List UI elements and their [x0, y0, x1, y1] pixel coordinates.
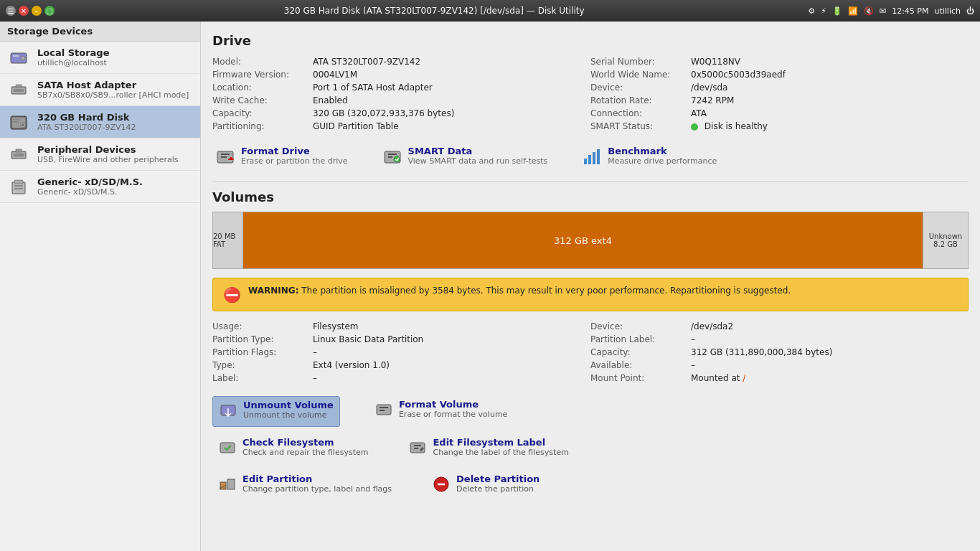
- device-row: Device: /dev/sda: [590, 83, 969, 93]
- svg-rect-25: [597, 149, 600, 164]
- location-row: Location: Port 1 of SATA Host Adapter: [212, 83, 590, 93]
- xdsd-text: Generic- xD/SD/M.S. Generic- xD/SD/M.S.: [37, 176, 193, 197]
- peripheral-icon: [7, 143, 30, 166]
- sata-icon: [7, 78, 30, 101]
- svg-rect-10: [13, 119, 20, 121]
- battery-icon: 🔋: [832, 6, 842, 16]
- volume-actions-row-1: Unmount Volume Unmount the volume Format…: [212, 396, 969, 427]
- svg-rect-27: [377, 405, 391, 415]
- volumes-section: Volumes 20 MB FAT 312 GB ext4 Unknown 8.…: [212, 189, 969, 500]
- window-controls: ☰ ✕ – □: [6, 6, 55, 16]
- type-row: Type: Ext4 (version 1.0): [212, 360, 590, 370]
- wifi-icon: 📶: [848, 6, 858, 16]
- format-drive-text: Format Drive Erase or partition the driv…: [241, 146, 348, 166]
- check-filesystem-button[interactable]: Check Filesystem Check and repair the fi…: [212, 434, 374, 463]
- warning-icon: ⛔: [223, 286, 241, 303]
- benchmark-text: Benchmark Measure drive performance: [608, 146, 717, 166]
- minimize-button[interactable]: –: [32, 6, 42, 16]
- maximize-button[interactable]: □: [44, 6, 55, 16]
- drive-divider: [212, 182, 969, 182]
- bluetooth-icon: ⚡: [821, 6, 826, 16]
- volume-info-left: Usage: Filesystem Partition Type: Linux …: [212, 321, 590, 386]
- model-label: Model:: [212, 57, 313, 67]
- volumes-title: Volumes: [212, 189, 969, 204]
- ubuntu-menu-button[interactable]: ☰: [6, 6, 16, 16]
- delete-partition-text: Delete Partition Delete the partition: [456, 474, 540, 494]
- format-volume-button[interactable]: Format Volume Erase or format the volume: [369, 396, 513, 427]
- email-icon: ✉: [880, 6, 886, 16]
- location-value: Port 1 of SATA Host Adapter: [313, 83, 433, 93]
- wwn-row: World Wide Name: 0x5000c5003d39aedf: [590, 70, 969, 80]
- vol-capacity-row: Capacity: 312 GB (311,890,000,384 bytes): [590, 347, 969, 357]
- device-value: /dev/sda: [691, 83, 727, 93]
- peripheral-text: Peripheral Devices USB, FireWire and oth…: [37, 144, 193, 164]
- svg-rect-24: [593, 152, 595, 164]
- clock: 12:45 PM: [892, 6, 928, 16]
- volume-info-grid: Usage: Filesystem Partition Type: Linux …: [212, 321, 969, 386]
- close-button[interactable]: ✕: [19, 6, 29, 16]
- hdd-icon: [7, 110, 30, 133]
- svg-rect-14: [16, 149, 22, 152]
- power-icon: ⏻: [966, 6, 974, 16]
- unknown-partition[interactable]: Unknown 8.2 GB: [923, 212, 968, 268]
- hdd-text: 320 GB Hard Disk ATA ST320LT007-9ZV142: [37, 112, 193, 132]
- vol-device-row: Device: /dev/sda2: [590, 321, 969, 331]
- volume-info-right: Device: /dev/sda2 Partition Label: – Cap…: [590, 321, 969, 386]
- serial-label: Serial Number:: [590, 57, 691, 67]
- delete-partition-icon: [432, 475, 451, 497]
- model-row: Model: ATA ST320LT007-9ZV142: [212, 57, 590, 67]
- part-label-row: Partition Label: –: [590, 334, 969, 344]
- drive-actions-row: Format Drive Erase or partition the driv…: [212, 143, 969, 174]
- partitioning-value: GUID Partition Table: [313, 121, 399, 131]
- ext4-partition[interactable]: 312 GB ext4: [243, 212, 923, 268]
- serial-value: W0Q118NV: [691, 57, 740, 67]
- edit-partition-text: Edit Partition Change partition type, la…: [242, 474, 392, 494]
- fat-partition[interactable]: 20 MB FAT: [213, 212, 243, 268]
- sidebar-item-sata-host[interactable]: SATA Host Adapter SB7x0/SB8x0/SB9...roll…: [0, 74, 200, 106]
- window-title: 320 GB Hard Disk (ATA ST320LT007-9ZV142)…: [60, 6, 808, 16]
- warning-text: WARNING: The partition is misaligned by …: [248, 286, 791, 296]
- volume-actions-row-3: Edit Partition Change partition type, la…: [212, 471, 969, 500]
- svg-rect-17: [14, 185, 23, 187]
- connection-label: Connection:: [590, 108, 691, 118]
- location-label: Location:: [212, 83, 313, 93]
- sidebar-item-xdsd[interactable]: Generic- xD/SD/M.S. Generic- xD/SD/M.S.: [0, 171, 200, 203]
- sidebar-item-peripheral[interactable]: Peripheral Devices USB, FireWire and oth…: [0, 138, 200, 171]
- smart-data-icon: [382, 147, 402, 171]
- sidebar-item-local-storage[interactable]: Local Storage utillich@localhost: [0, 42, 200, 74]
- rotation-row: Rotation Rate: 7242 RPM: [590, 95, 969, 105]
- sidebar-item-320gb-hdd[interactable]: 320 GB Hard Disk ATA ST320LT007-9ZV142: [0, 106, 200, 138]
- smart-row: SMART Status: Disk is healthy: [590, 121, 969, 131]
- partition-type-row: Partition Type: Linux Basic Data Partiti…: [212, 334, 590, 344]
- unmount-icon: [219, 401, 237, 423]
- svg-rect-31: [227, 479, 235, 489]
- main-layout: Storage Devices Local Storage utillich@l…: [0, 22, 980, 551]
- sidebar-header: Storage Devices: [0, 22, 200, 42]
- model-value: ATA ST320LT007-9ZV142: [313, 57, 420, 67]
- available-row: Available: –: [590, 360, 969, 370]
- connection-value: ATA: [691, 108, 707, 118]
- firmware-label: Firmware Version:: [212, 70, 313, 80]
- volume-actions-row-2: Check Filesystem Check and repair the fi…: [212, 434, 969, 463]
- svg-rect-13: [14, 154, 24, 156]
- svg-rect-18: [14, 188, 23, 189]
- smart-data-button[interactable]: SMART Data View SMART data and run self-…: [380, 143, 551, 174]
- content-area: Drive Model: ATA ST320LT007-9ZV142 Firmw…: [201, 22, 980, 551]
- edit-partition-button[interactable]: Edit Partition Change partition type, la…: [212, 471, 397, 500]
- format-volume-text: Format Volume Erase or format the volume: [399, 399, 507, 419]
- benchmark-button[interactable]: Benchmark Measure drive performance: [579, 143, 720, 174]
- format-drive-button[interactable]: Format Drive Erase or partition the driv…: [212, 143, 351, 174]
- local-storage-icon: [7, 46, 30, 69]
- drive-title: Drive: [212, 33, 969, 48]
- svg-rect-16: [14, 180, 23, 184]
- check-filesystem-text: Check Filesystem Check and repair the fi…: [242, 437, 368, 457]
- unmount-volume-button[interactable]: Unmount Volume Unmount the volume: [212, 396, 340, 427]
- delete-partition-button[interactable]: Delete Partition Delete the partition: [426, 471, 545, 500]
- device-label: Device:: [590, 83, 691, 93]
- edit-filesystem-label-text: Edit Filesystem Label Change the label o…: [433, 437, 568, 457]
- local-storage-text: Local Storage utillich@localhost: [37, 47, 193, 67]
- svg-point-9: [22, 124, 24, 126]
- system-tray: ⚙ ⚡ 🔋 📶 🔇 ✉ 12:45 PM utillich ⏻: [808, 6, 974, 16]
- svg-point-2: [21, 56, 25, 60]
- edit-filesystem-label-button[interactable]: Edit Filesystem Label Change the label o…: [402, 434, 574, 463]
